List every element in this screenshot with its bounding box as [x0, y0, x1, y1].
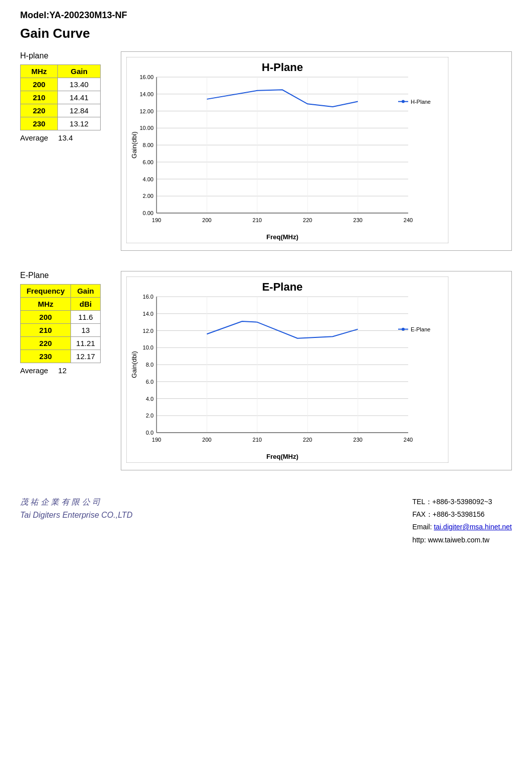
- svg-text:H-Plane: H-Plane: [411, 99, 431, 105]
- gain-cell: 12.84: [58, 104, 101, 117]
- e-table-col2-header: Gain: [71, 285, 101, 298]
- svg-text:8.00: 8.00: [143, 142, 154, 148]
- svg-text:4.00: 4.00: [143, 176, 154, 182]
- freq-cell: 210: [21, 324, 71, 337]
- svg-text:12.0: 12.0: [143, 328, 154, 334]
- e-table-col2-sub: dBi: [71, 298, 101, 311]
- svg-point-72: [402, 328, 405, 331]
- gain-cell: 13: [71, 324, 101, 337]
- table-row: 20011.6: [21, 311, 101, 324]
- gain-cell: 11.21: [71, 337, 101, 350]
- gain-cell: 12.17: [71, 350, 101, 363]
- svg-text:2.00: 2.00: [143, 193, 154, 199]
- footer-tel: TEL：+886-3-5398092~3: [412, 496, 512, 508]
- footer-right: TEL：+886-3-5398092~3 FAX：+886-3-5398156 …: [412, 496, 512, 546]
- freq-cell: 200: [21, 78, 58, 91]
- svg-text:E-Plane: E-Plane: [262, 281, 303, 293]
- table-row: 22011.21: [21, 337, 101, 350]
- svg-text:200: 200: [202, 437, 211, 443]
- svg-text:240: 240: [404, 437, 413, 443]
- e-plane-chart: E-Plane0.02.04.06.08.010.012.014.016.019…: [126, 276, 448, 463]
- svg-text:Gain(dbi): Gain(dbi): [130, 351, 138, 378]
- svg-text:220: 220: [303, 437, 312, 443]
- svg-text:230: 230: [353, 217, 362, 223]
- svg-text:8.0: 8.0: [146, 362, 154, 368]
- freq-cell: 210: [21, 91, 58, 104]
- footer-left: 茂 祐 企 業 有 限 公 司 Tai Digiters Enterprise …: [20, 496, 132, 546]
- h-plane-section: H-plane MHz Gain 20013.4021014.4122012.8…: [20, 51, 512, 251]
- svg-text:0.00: 0.00: [143, 210, 154, 216]
- footer-website: http: www.taiweb.com.tw: [412, 534, 512, 546]
- e-plane-chart-area: E-Plane0.02.04.06.08.010.012.014.016.019…: [121, 271, 512, 470]
- company-cn: 茂 祐 企 業 有 限 公 司: [20, 496, 132, 509]
- svg-text:16.0: 16.0: [143, 294, 154, 300]
- h-plane-chart: H-Plane0.002.004.006.008.0010.0012.0014.…: [126, 57, 448, 243]
- svg-text:6.00: 6.00: [143, 159, 154, 165]
- svg-text:16.00: 16.00: [139, 74, 154, 80]
- svg-text:Freq(MHz): Freq(MHz): [266, 453, 298, 460]
- svg-text:200: 200: [202, 217, 211, 223]
- footer-fax: FAX：+886-3-5398156: [412, 508, 512, 521]
- e-average-value: 12: [58, 366, 67, 375]
- h-table-col2-header: Gain: [58, 65, 101, 78]
- e-table-col1-header: Frequency: [21, 285, 71, 298]
- freq-cell: 220: [21, 104, 58, 117]
- gain-cell: 11.6: [71, 311, 101, 324]
- svg-text:210: 210: [253, 217, 262, 223]
- table-row: 21013: [21, 324, 101, 337]
- h-average-value: 13.4: [58, 133, 73, 142]
- svg-text:230: 230: [353, 437, 362, 443]
- h-plane-chart-area: H-Plane0.002.004.006.008.0010.0012.0014.…: [121, 51, 512, 251]
- svg-text:6.0: 6.0: [146, 379, 154, 385]
- section-title: Gain Curve: [20, 26, 512, 41]
- table-row: 21014.41: [21, 91, 101, 104]
- svg-text:2.0: 2.0: [146, 412, 154, 419]
- e-table-col1-sub: MHz: [21, 298, 71, 311]
- h-plane-label: H-plane: [20, 51, 111, 60]
- e-plane-average: Average 12: [20, 366, 111, 375]
- h-plane-table-area: H-plane MHz Gain 20013.4021014.4122012.8…: [20, 51, 111, 251]
- svg-text:14.00: 14.00: [139, 91, 154, 97]
- svg-rect-0: [126, 57, 448, 243]
- svg-text:10.00: 10.00: [139, 125, 154, 131]
- svg-text:4.0: 4.0: [146, 396, 154, 402]
- svg-text:Freq(MHz): Freq(MHz): [266, 233, 298, 241]
- company-en: Tai Digiters Enterprise CO.,LTD: [20, 509, 132, 522]
- svg-text:H-Plane: H-Plane: [262, 61, 303, 74]
- h-table-col1-header: MHz: [21, 65, 58, 78]
- model-title: Model:YA-200230M13-NF: [20, 10, 512, 21]
- e-plane-table-area: E-Plane Frequency Gain MHz dBi 20011.621…: [20, 271, 111, 470]
- svg-point-35: [402, 100, 405, 103]
- freq-cell: 200: [21, 311, 71, 324]
- svg-text:240: 240: [404, 217, 413, 223]
- svg-text:E-Plane: E-Plane: [411, 326, 430, 332]
- footer-email-row: Email: tai.digiter@msa.hinet.net: [412, 521, 512, 533]
- freq-cell: 220: [21, 337, 71, 350]
- e-average-label: Average: [20, 366, 48, 375]
- h-average-label: Average: [20, 133, 48, 142]
- table-row: 23012.17: [21, 350, 101, 363]
- svg-text:12.00: 12.00: [139, 108, 154, 114]
- svg-text:10.0: 10.0: [143, 344, 154, 351]
- table-row: 22012.84: [21, 104, 101, 117]
- table-row: 20013.40: [21, 78, 101, 91]
- h-plane-table: MHz Gain 20013.4021014.4122012.8423013.1…: [20, 64, 101, 130]
- freq-cell: 230: [21, 350, 71, 363]
- gain-cell: 14.41: [58, 91, 101, 104]
- svg-text:190: 190: [152, 217, 161, 223]
- footer-email-link[interactable]: tai.digiter@msa.hinet.net: [434, 523, 512, 531]
- h-plane-average: Average 13.4: [20, 133, 111, 142]
- table-row: 23013.12: [21, 117, 101, 130]
- gain-cell: 13.12: [58, 117, 101, 130]
- footer: 茂 祐 企 業 有 限 公 司 Tai Digiters Enterprise …: [20, 491, 512, 546]
- gain-cell: 13.40: [58, 78, 101, 91]
- svg-text:220: 220: [303, 217, 312, 223]
- freq-cell: 230: [21, 117, 58, 130]
- footer-email-label: Email:: [412, 523, 434, 531]
- svg-text:0.0: 0.0: [146, 430, 154, 436]
- e-plane-label: E-Plane: [20, 271, 111, 280]
- svg-rect-37: [126, 276, 448, 463]
- e-plane-table: Frequency Gain MHz dBi 20011.62101322011…: [20, 284, 101, 363]
- svg-text:14.0: 14.0: [143, 311, 154, 317]
- e-plane-section: E-Plane Frequency Gain MHz dBi 20011.621…: [20, 271, 512, 470]
